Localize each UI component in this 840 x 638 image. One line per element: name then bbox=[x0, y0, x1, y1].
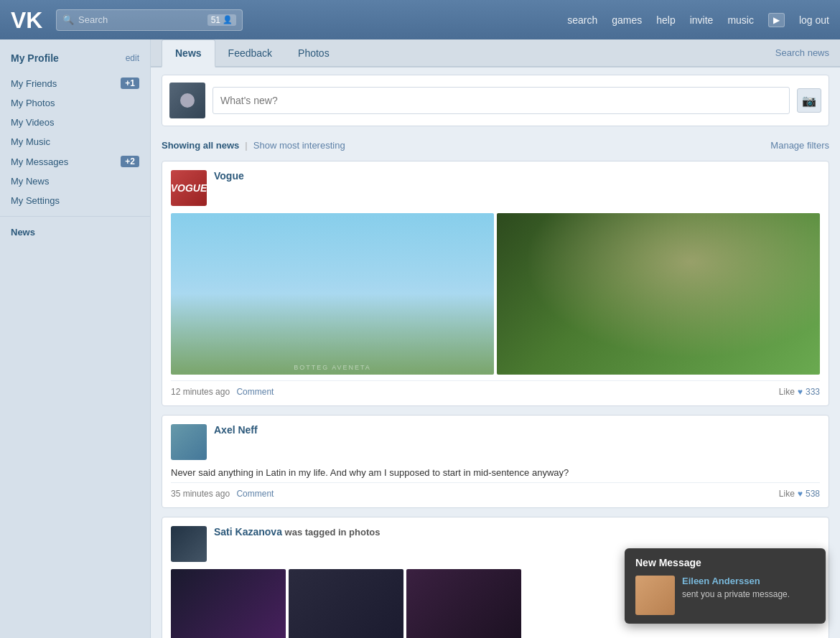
popup-message-text: sent you a private message. bbox=[682, 589, 815, 599]
filter-separator: | bbox=[245, 140, 247, 151]
popup-avatar bbox=[635, 576, 675, 615]
nav-music[interactable]: music bbox=[727, 14, 754, 26]
edit-profile-link[interactable]: edit bbox=[126, 53, 139, 63]
sidebar-profile: My Profile edit bbox=[0, 47, 150, 70]
sidebar-item-friends[interactable]: My Friends +1 bbox=[0, 73, 150, 93]
nav-invite[interactable]: invite bbox=[690, 14, 714, 26]
nav-help[interactable]: help bbox=[656, 14, 675, 26]
post-sati-info: Sati Kazanova was tagged in photos bbox=[214, 526, 380, 538]
post-sati-avatar[interactable] bbox=[171, 526, 207, 562]
whats-new-box: 📷 bbox=[162, 75, 829, 126]
popup-text: Eileen Anderssen sent you a private mess… bbox=[682, 576, 815, 599]
tab-feedback[interactable]: Feedback bbox=[215, 40, 285, 67]
post-axel-comment-link[interactable]: Comment bbox=[236, 489, 274, 499]
post-vogue-images: BOTTEG AVENETA bbox=[171, 213, 820, 375]
popup-title: New Message bbox=[635, 557, 815, 568]
post-axel-info: Axel Neff bbox=[214, 424, 258, 436]
showing-all-label: Showing all news bbox=[162, 140, 239, 151]
post-axel-name[interactable]: Axel Neff bbox=[214, 424, 258, 436]
tab-photos[interactable]: Photos bbox=[285, 40, 342, 67]
post-vogue-comment-link[interactable]: Comment bbox=[236, 387, 274, 397]
sidebar-label-music: My Music bbox=[11, 136, 50, 147]
post-sati-name-link[interactable]: Sati Kazanova bbox=[214, 526, 282, 538]
post-axel-footer: 35 minutes ago Comment Like ♥ 538 bbox=[171, 482, 820, 499]
sidebar-divider bbox=[0, 216, 150, 217]
post-vogue-header: VOGUE Vogue bbox=[171, 170, 820, 206]
post-vogue-name[interactable]: Vogue bbox=[214, 170, 244, 182]
tab-news[interactable]: News bbox=[162, 39, 215, 67]
like-count: 333 bbox=[806, 387, 820, 397]
post-sati-tagged: was tagged in photos bbox=[282, 527, 381, 538]
show-most-interesting-link[interactable]: Show most interesting bbox=[253, 140, 345, 151]
camera-button[interactable]: 📷 bbox=[797, 88, 821, 113]
sati-image3[interactable] bbox=[406, 569, 521, 638]
post-vogue-info: Vogue bbox=[214, 170, 244, 182]
sidebar-item-music[interactable]: My Music bbox=[0, 132, 150, 151]
filter-left: Showing all news | Show most interesting bbox=[162, 140, 345, 151]
sidebar-item-photos[interactable]: My Photos bbox=[0, 93, 150, 113]
heart-icon: ♥ bbox=[798, 387, 803, 397]
sati-image1[interactable] bbox=[171, 569, 286, 638]
search-input[interactable] bbox=[78, 14, 203, 25]
manage-filters-link[interactable]: Manage filters bbox=[770, 140, 829, 151]
post-axel: Axel Neff Never said anything in Latin i… bbox=[162, 415, 829, 508]
friends-badge: +1 bbox=[121, 78, 139, 89]
logo[interactable]: VK bbox=[11, 9, 45, 31]
user-avatar bbox=[169, 83, 205, 118]
post-axel-header: Axel Neff bbox=[171, 424, 820, 460]
sidebar-item-videos[interactable]: My Videos bbox=[0, 113, 150, 132]
post-sati-name[interactable]: Sati Kazanova was tagged in photos bbox=[214, 526, 380, 538]
nav-links: search games help invite music ▶ log out bbox=[567, 13, 829, 27]
new-message-popup[interactable]: New Message Eileen Anderssen sent you a … bbox=[625, 548, 826, 624]
person-icon: 👤 bbox=[223, 15, 233, 24]
post-vogue-avatar[interactable]: VOGUE bbox=[171, 170, 207, 206]
sidebar-item-news[interactable]: My News bbox=[0, 172, 150, 191]
like-label[interactable]: Like bbox=[779, 387, 795, 397]
svg-text:VK: VK bbox=[11, 9, 42, 31]
nav-games[interactable]: games bbox=[612, 14, 642, 26]
camera-icon: 📷 bbox=[802, 94, 816, 108]
sidebar-label-videos: My Videos bbox=[11, 117, 54, 128]
post-vogue-image1[interactable]: BOTTEG AVENETA bbox=[171, 213, 494, 375]
tabs: News Feedback Photos Search news bbox=[151, 39, 840, 67]
sidebar-label-news: My News bbox=[11, 176, 49, 187]
search-bar[interactable]: 🔍 51 👤 bbox=[56, 9, 243, 31]
more-button[interactable]: ▶ bbox=[768, 13, 785, 27]
sidebar-section-news: News bbox=[0, 222, 150, 242]
sidebar-label-friends: My Friends bbox=[11, 78, 57, 89]
search-count: 51 👤 bbox=[207, 14, 236, 26]
sidebar-item-messages[interactable]: My Messages +2 bbox=[0, 151, 150, 172]
sidebar-label-photos: My Photos bbox=[11, 98, 55, 108]
axel-heart-icon: ♥ bbox=[798, 489, 803, 499]
whats-new-input[interactable] bbox=[213, 87, 790, 114]
popup-content: Eileen Anderssen sent you a private mess… bbox=[635, 576, 815, 615]
profile-name[interactable]: My Profile bbox=[11, 52, 59, 64]
search-icon: 🔍 bbox=[62, 14, 74, 25]
nav-search[interactable]: search bbox=[567, 14, 597, 26]
search-news-link[interactable]: Search news bbox=[775, 47, 829, 58]
filter-bar: Showing all news | Show most interesting… bbox=[162, 137, 829, 154]
post-axel-time: 35 minutes ago Comment bbox=[171, 489, 274, 499]
sidebar-label-messages: My Messages bbox=[11, 156, 68, 167]
sidebar-label-settings: My Settings bbox=[11, 195, 60, 206]
sidebar-item-settings[interactable]: My Settings bbox=[0, 191, 150, 210]
post-vogue-footer: 12 minutes ago Comment Like ♥ 333 bbox=[171, 380, 820, 397]
sati-image2[interactable] bbox=[289, 569, 403, 638]
messages-badge: +2 bbox=[121, 156, 139, 167]
post-axel-text: Never said anything in Latin in my life.… bbox=[171, 467, 820, 478]
post-vogue-like: Like ♥ 333 bbox=[779, 387, 820, 397]
nav-logout[interactable]: log out bbox=[799, 14, 829, 26]
axel-like-count: 538 bbox=[806, 489, 820, 499]
post-vogue-image2[interactable] bbox=[497, 213, 820, 375]
popup-sender-name[interactable]: Eileen Anderssen bbox=[682, 576, 815, 586]
post-axel-avatar[interactable] bbox=[171, 424, 207, 460]
post-vogue: VOGUE Vogue BOTTEG AVENETA bbox=[162, 161, 829, 406]
post-vogue-time: 12 minutes ago Comment bbox=[171, 387, 274, 397]
axel-like-label[interactable]: Like bbox=[779, 489, 795, 499]
post-axel-like: Like ♥ 538 bbox=[779, 489, 820, 499]
header: VK 🔍 51 👤 search games help invite music… bbox=[0, 0, 840, 39]
sidebar: My Profile edit My Friends +1 My Photos … bbox=[0, 39, 151, 638]
